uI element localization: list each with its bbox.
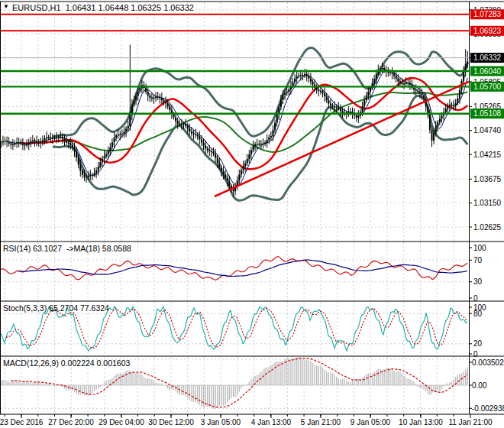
rsi-tick-label: 100 [473,244,486,252]
stoch-tick-label: 20 [473,339,483,348]
time-tick-label: 9 Jan 05:00 [351,418,391,426]
price-level-badge: 1.05108 [470,109,504,118]
stoch-tick-label: 0 [473,350,478,358]
candlestick-series [0,44,468,196]
time-tick-label: 4 Jan 13:00 [251,418,292,426]
price-tick-label: 1.04215 [473,151,502,159]
price-badge-value: 1.06332 [473,54,502,62]
time-tick-label: 11 Jan 21:00 [448,418,493,426]
rsi-tick-label: 0 [473,294,478,303]
price-badge-value: 1.06040 [473,67,502,76]
macd-tick-label: 0.003502 [472,358,504,367]
time-tick-label: 29 Dec 04:00 [99,418,144,426]
price-tick-label: 1.03675 [473,175,502,183]
price-tick-label: 1.02625 [473,223,502,232]
price-badge-value: 1.05108 [473,109,502,118]
macd-tick-label: 0.00 [472,381,487,390]
rsi-ma-line [18,260,467,276]
macd-signal-line [11,358,467,407]
price-tick-label: 1.03150 [473,199,502,207]
rsi-tick-label: 30 [473,277,483,286]
level-lines [0,15,469,196]
price-level-badge: 1.06332 [470,53,504,63]
time-tick-label: 5 Jan 21:00 [301,418,341,426]
price-badge-value: 1.05700 [473,83,502,91]
macd-tick-label: -0.002938 [472,404,504,413]
price-tick-label: 1.04740 [473,126,502,135]
grid-lines [1,2,468,413]
price-badge-value: 1.07283 [473,10,502,18]
time-tick-label: 3 Jan 05:00 [201,418,241,426]
trading-chart-window[interactable]: 1.073801.068551.063301.058051.052651.047… [0,0,504,428]
rsi-tick-label: 70 [473,256,483,264]
band-upper [53,47,467,136]
time-tick-label: 23 Dec 2016 [0,418,44,426]
price-badge-value: 1.06923 [473,27,502,35]
time-tick-label: 27 Dec 20:00 [48,418,94,426]
price-chart-canvas[interactable]: 1.073801.068551.063301.058051.052651.047… [0,0,504,428]
panel-borders [0,2,504,414]
price-level-badge: 1.05700 [470,82,504,92]
price-level-badge: 1.07283 [470,9,504,19]
time-tick-label: 30 Dec 12:00 [148,418,194,426]
price-level-badge: 1.06040 [470,66,504,76]
stoch-tick-label: 80 [473,310,483,318]
time-tick-label: 10 Jan 13:00 [399,418,443,426]
price-level-badge: 1.06923 [470,26,504,36]
time-axis: 23 Dec 201627 Dec 20:0029 Dec 04:0030 De… [0,414,493,426]
